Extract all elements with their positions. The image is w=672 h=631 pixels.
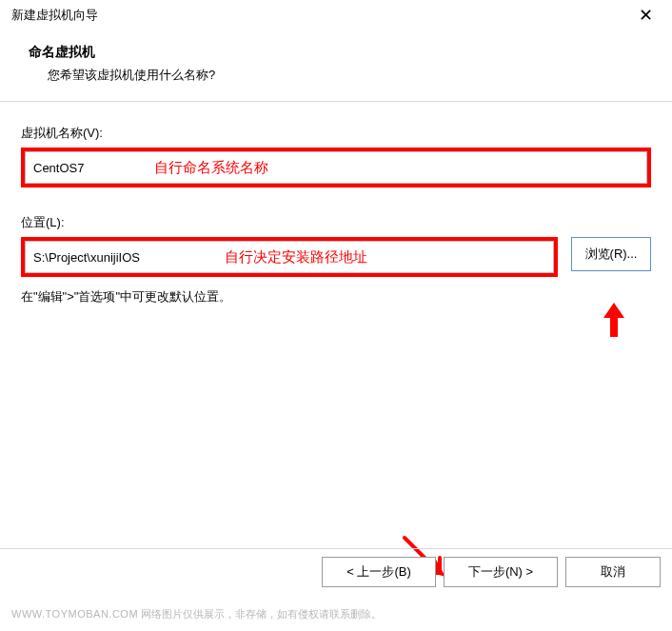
form-area: 虚拟机名称(V): 自行命名系统名称 位置(L): 自行决定安装路径地址 浏览(… (0, 102, 672, 315)
watermark-site: WWW.TOYMOBAN.COM (11, 608, 138, 620)
cancel-button[interactable]: 取消 (565, 557, 661, 587)
location-input[interactable] (25, 241, 554, 273)
next-button[interactable]: 下一步(N) > (444, 557, 558, 587)
back-button[interactable]: < 上一步(B) (322, 557, 436, 587)
watermark-text: 网络图片仅供展示，非存储，如有侵权请联系删除。 (141, 608, 382, 620)
location-row: 自行决定安装路径地址 浏览(R)... (21, 237, 651, 277)
hint-text: 在"编辑">"首选项"中可更改默认位置。 (21, 288, 651, 306)
browse-button[interactable]: 浏览(R)... (571, 237, 651, 271)
window-title: 新建虚拟机向导 (11, 7, 98, 24)
vm-name-highlight: 自行命名系统名称 (21, 148, 651, 187)
vm-name-label: 虚拟机名称(V): (21, 125, 651, 142)
titlebar: 新建虚拟机向导 ✕ (0, 0, 672, 30)
watermark: WWW.TOYMOBAN.COM 网络图片仅供展示，非存储，如有侵权请联系删除。 (11, 607, 382, 621)
location-highlight: 自行决定安装路径地址 (21, 237, 558, 277)
page-subtitle: 您希望该虚拟机使用什么名称? (29, 67, 653, 84)
button-row: < 上一步(B) 下一步(N) > 取消 (0, 548, 672, 595)
location-label: 位置(L): (21, 214, 651, 231)
vm-name-input[interactable] (25, 151, 647, 184)
close-icon[interactable]: ✕ (631, 3, 661, 28)
page-title: 命名虚拟机 (29, 44, 653, 61)
vm-name-row: 自行命名系统名称 (21, 148, 651, 187)
header-section: 命名虚拟机 您希望该虚拟机使用什么名称? (0, 30, 672, 101)
